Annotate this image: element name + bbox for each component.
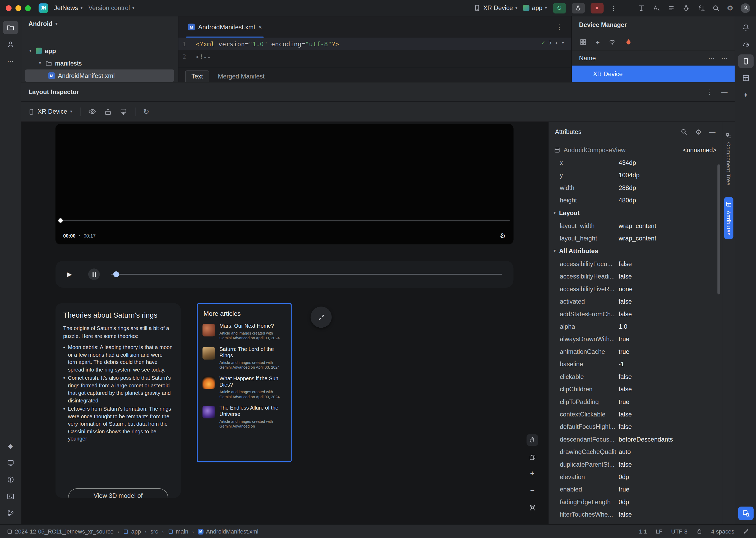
window-zoom-button[interactable]: [25, 5, 31, 11]
attribute-row[interactable]: y 1004dp: [549, 169, 722, 181]
tab-attributes[interactable]: Attributes: [724, 197, 733, 240]
attribute-row[interactable]: x 434dp: [549, 156, 722, 169]
attribute-value[interactable]: false: [618, 410, 632, 417]
breadcrumb-src[interactable]: src: [150, 528, 158, 535]
zoom-in-icon[interactable]: +: [527, 468, 538, 480]
breadcrumb-root[interactable]: 2024-12-05_RC11_jetnews_xr_source: [7, 528, 114, 535]
attribute-row[interactable]: accessibilityFocu... false: [549, 257, 722, 270]
attribute-row[interactable]: fadingEdgeLength 0dp: [549, 496, 722, 508]
video-player[interactable]: 00:00 • 00:17 ⚙: [55, 124, 514, 244]
article-list-item[interactable]: The Endless Allure of the Universe Artic…: [203, 404, 286, 429]
pan-mode-icon[interactable]: [527, 434, 538, 446]
all-attributes-section-header[interactable]: ▾ All Attributes: [549, 244, 722, 257]
inspections-widget[interactable]: ✓ 5 ▴ ▾: [541, 39, 565, 46]
build-variants-button[interactable]: ◆: [3, 439, 18, 453]
attribute-row[interactable]: elevation 0dp: [549, 470, 722, 483]
tab-merged-manifest[interactable]: Merged Manifest: [212, 71, 270, 82]
notifications-button[interactable]: [738, 21, 753, 34]
attribute-row[interactable]: contextClickable false: [549, 408, 722, 420]
attribute-value[interactable]: beforeDescendants: [618, 436, 673, 443]
running-devices-toolwindow-button[interactable]: [3, 456, 18, 469]
tree-node-manifests[interactable]: ▾ manifests: [21, 57, 178, 69]
prev-problem-icon[interactable]: ▴: [555, 39, 558, 46]
group-devices-icon[interactable]: [579, 38, 587, 46]
attribute-value[interactable]: false: [618, 272, 632, 280]
attribute-value[interactable]: true: [618, 398, 629, 405]
more-articles-card[interactable]: More articles Mars: Our Next Home? Artic…: [197, 303, 292, 462]
article-list-item[interactable]: What Happens if the Sun Dies? Article an…: [203, 375, 286, 399]
attribute-value[interactable]: auto: [618, 448, 631, 455]
project-menu[interactable]: JetNews ▾: [54, 4, 83, 11]
attribute-value[interactable]: false: [618, 385, 632, 392]
device-manager-toolwindow-button[interactable]: [738, 54, 753, 68]
attribute-row[interactable]: baseline -1: [549, 357, 722, 370]
video-progress-track[interactable]: [59, 220, 510, 221]
attribute-row[interactable]: activated false: [549, 295, 722, 307]
export-snapshot-icon[interactable]: [119, 108, 127, 116]
tab-options-menu[interactable]: ⋮: [552, 23, 566, 31]
indent-widget[interactable]: 4 spaces: [711, 528, 734, 535]
attribute-row[interactable]: accessibilityHeadi... false: [549, 270, 722, 282]
gradle-toolwindow-button[interactable]: [738, 37, 753, 51]
attribute-row[interactable]: layout_width wrap_content: [549, 219, 722, 232]
project-view-selector[interactable]: Android ▾: [21, 16, 178, 31]
tree-node-app[interactable]: ▾ app: [21, 44, 178, 57]
take-screenshot-icon[interactable]: [104, 108, 112, 116]
attribute-value[interactable]: 1.0: [618, 323, 627, 330]
attribute-row[interactable]: width 288dp: [549, 181, 722, 194]
attribute-value[interactable]: -1: [618, 360, 624, 367]
attribute-row[interactable]: alpha 1.0: [549, 320, 722, 332]
attribute-row[interactable]: clipToPadding true: [549, 395, 722, 408]
todo-list-icon[interactable]: [667, 4, 675, 12]
pause-button[interactable]: [88, 268, 100, 280]
device-selector[interactable]: XR Device ▾: [474, 4, 518, 11]
rerun-button[interactable]: ↻: [553, 3, 566, 13]
attribute-value[interactable]: 434dp: [618, 159, 636, 166]
next-problem-icon[interactable]: ▾: [561, 39, 565, 46]
zoom-out-icon[interactable]: −: [527, 485, 538, 497]
attribute-value[interactable]: true: [618, 348, 629, 355]
encoding-widget[interactable]: UTF-8: [671, 528, 687, 535]
line-ending-widget[interactable]: LF: [656, 528, 663, 535]
column-options-icon[interactable]: ⋯: [708, 54, 715, 62]
commit-toolwindow-button[interactable]: [3, 37, 18, 51]
editor-tab-manifest[interactable]: M AndroidManifest.xml ×: [183, 16, 267, 37]
breadcrumb-app[interactable]: app: [123, 528, 141, 535]
vcs-menu[interactable]: Version control ▾: [88, 4, 135, 11]
attribute-row[interactable]: descendantFocus... beforeDescendants: [549, 433, 722, 445]
attribute-row[interactable]: height 480dp: [549, 194, 722, 206]
search-icon[interactable]: [680, 128, 687, 135]
attribute-value[interactable]: true: [618, 335, 629, 343]
chevron-down-icon[interactable]: ▾: [28, 48, 33, 53]
audio-seek-handle[interactable]: [113, 271, 119, 277]
video-settings-icon[interactable]: ⚙: [499, 232, 506, 240]
minimize-icon[interactable]: —: [722, 88, 728, 95]
run-config-selector[interactable]: app ▾: [523, 4, 547, 11]
gemini-button[interactable]: ✦: [738, 88, 753, 102]
breadcrumb-main[interactable]: main: [168, 528, 188, 535]
problems-toolwindow-button[interactable]: [3, 473, 18, 486]
user-avatar[interactable]: [741, 3, 750, 13]
attribute-value[interactable]: 0dp: [618, 498, 629, 505]
expand-button[interactable]: [311, 306, 332, 328]
attributes-settings-icon[interactable]: ⚙: [695, 128, 702, 135]
attribute-value[interactable]: 0dp: [618, 473, 629, 480]
tab-component-tree[interactable]: Component Tree: [724, 129, 733, 189]
name-column-header[interactable]: Name: [579, 54, 596, 62]
attribute-value[interactable]: false: [618, 423, 632, 430]
view-options-icon[interactable]: [88, 108, 96, 116]
code-editor[interactable]: 1 <?xml version="1.0" encoding="utf-8"?>…: [178, 37, 571, 67]
hide-panel-icon[interactable]: —: [709, 128, 716, 135]
attribute-value[interactable]: false: [618, 310, 632, 317]
attribute-row[interactable]: duplicateParentSt... false: [549, 458, 722, 470]
attribute-value[interactable]: false: [618, 460, 632, 468]
attribute-row[interactable]: animationCache true: [549, 345, 722, 357]
firebase-icon[interactable]: [625, 38, 632, 46]
selected-component-row[interactable]: AndroidComposeView <unnamed>: [549, 144, 722, 156]
audio-seek-track[interactable]: [111, 274, 502, 275]
terminal-toolwindow-button[interactable]: [3, 490, 18, 503]
attribute-row[interactable]: fitsSystemWindows false: [549, 520, 722, 524]
layout-inspector-toolwindow-button[interactable]: [738, 507, 753, 520]
device-preview-canvas[interactable]: 00:00 • 00:17 ⚙ ▶ Theories about Saturn'…: [21, 122, 548, 524]
refresh-icon[interactable]: ↻: [143, 107, 149, 116]
